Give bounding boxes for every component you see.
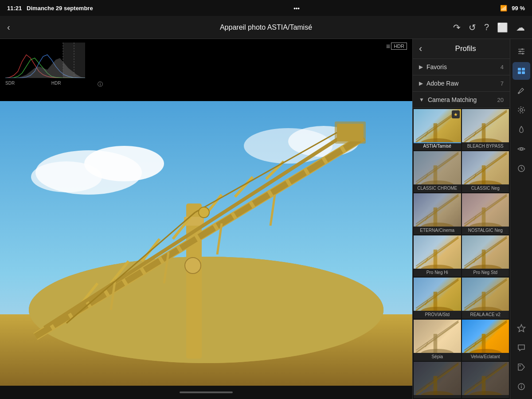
svg-point-60 [421, 223, 454, 227]
profile-item-bleach[interactable]: BLEACH BYPASS [462, 109, 509, 150]
profile-item-eterna[interactable]: ETERNA/Cinema [414, 193, 461, 235]
profile-item-sepia[interactable]: Sépia [414, 320, 461, 361]
hdr-badge: HDR [391, 43, 407, 50]
tag-button[interactable] [512, 358, 530, 376]
back-button[interactable]: ‹ [7, 22, 10, 32]
status-time: 11:21 Dimanche 29 septembre [7, 5, 93, 12]
panel-header: ‹ Profils [413, 39, 510, 59]
thumb-crane-svg [462, 151, 509, 184]
sliders-icon [517, 47, 526, 56]
drop-button[interactable] [512, 121, 530, 138]
profile-item-dark1[interactable] [414, 362, 461, 398]
profile-item-pro-neg-hi[interactable]: Pro Neg Hi [414, 235, 461, 277]
thumb-crane-svg [414, 193, 461, 227]
profile-label-provia: PROVIA/Std [414, 311, 461, 319]
brush-button[interactable] [512, 82, 530, 99]
profile-item-velvia[interactable]: Velvia/Eclatant [462, 320, 509, 361]
profile-item-dark2[interactable] [462, 362, 509, 398]
profile-thumb-classic-chrome [414, 151, 461, 184]
sliders-button[interactable] [512, 43, 530, 60]
svg-point-108 [421, 391, 454, 395]
svg-line-131 [521, 168, 523, 169]
profile-thumb-astia: ★ [414, 109, 461, 142]
thumb-crane-svg [414, 320, 461, 353]
panel-title: Profils [427, 44, 504, 53]
thumb-crane-svg [414, 235, 461, 269]
svg-rect-121 [518, 68, 521, 70]
profile-thumb-classic-neg [462, 151, 509, 184]
profile-label-classic-neg: CLASSIC Neg [462, 184, 509, 192]
profile-thumb-pro-neg-std [462, 235, 509, 269]
profile-item-provia[interactable]: PROVIA/Std [414, 278, 461, 319]
svg-point-42 [469, 138, 502, 142]
svg-point-118 [521, 48, 523, 50]
svg-point-128 [520, 148, 522, 150]
profile-item-reala[interactable]: REALA ACE v2 [462, 278, 509, 319]
profile-thumb-dark1 [414, 362, 461, 395]
camera-matching-count: 20 [497, 97, 504, 103]
svg-point-66 [469, 223, 502, 227]
svg-point-102 [469, 349, 502, 353]
cloud-button[interactable]: ☁ [516, 22, 525, 33]
thumb-crane-svg [462, 235, 509, 269]
profile-label-pro-neg-std: Pro Neg Std [462, 269, 509, 277]
share-button[interactable]: ⬜ [497, 22, 508, 33]
profile-label-reala: REALA ACE v2 [462, 311, 509, 319]
profile-thumb-dark2 [462, 362, 509, 395]
profile-label-eterna: ETERNA/Cinema [414, 227, 461, 235]
thumb-crane-svg [462, 278, 509, 311]
status-right: 📶 99 % [500, 5, 525, 12]
camera-matching-section-header[interactable]: ▼ Camera Matching 20 [413, 92, 510, 108]
main-content: HDR ≡ SDR HDR ⓘ [0, 39, 532, 399]
adobe-raw-count: 7 [501, 80, 504, 87]
profile-item-pro-neg-std[interactable]: Pro Neg Std [462, 235, 509, 277]
svg-point-120 [522, 53, 524, 55]
eye-icon [517, 145, 526, 153]
favoris-count: 4 [501, 64, 504, 70]
favoris-chevron: ▶ [419, 64, 423, 70]
redo-button[interactable]: ↷ [453, 22, 461, 33]
profile-item-classic-chrome[interactable]: CLASSIC CHROME [414, 151, 461, 192]
svg-point-54 [469, 180, 502, 184]
profile-thumb-eterna [414, 193, 461, 227]
eye-button[interactable] [512, 140, 530, 158]
profile-item-classic-neg[interactable]: CLASSIC Neg [462, 151, 509, 192]
comment-button[interactable] [512, 339, 530, 356]
help-button[interactable]: ? [484, 22, 489, 32]
star-button[interactable] [512, 319, 530, 337]
svg-rect-124 [522, 71, 525, 74]
settings-button[interactable] [512, 101, 530, 119]
status-dots: ••• [293, 5, 300, 12]
clock-button[interactable] [512, 160, 530, 177]
profile-item-astia[interactable]: ★ASTIA/Tamisé [414, 109, 461, 150]
profile-grid: ★ASTIA/Tamisé BLEACH BYPASS CLASSIC CHRO… [413, 108, 510, 399]
favoris-section-header[interactable]: ▶ Favoris 4 [413, 59, 510, 75]
histogram-labels: SDR HDR ⓘ [5, 81, 103, 88]
profile-thumb-velvia [462, 320, 509, 353]
profile-item-nostalgic[interactable]: NOSTALGIC Neg [462, 193, 509, 235]
bottom-bar [0, 386, 412, 399]
profile-label-astia: ASTIA/Tamisé [414, 142, 461, 150]
svg-point-114 [469, 391, 502, 395]
profiles-button[interactable] [512, 62, 530, 80]
main-photo[interactable] [0, 101, 412, 386]
photo-area: HDR ≡ SDR HDR ⓘ [0, 39, 412, 399]
status-bar: 11:21 Dimanche 29 septembre ••• 📶 99 % [0, 0, 532, 16]
drop-icon [517, 125, 526, 134]
panel-back-button[interactable]: ‹ [419, 43, 422, 55]
profile-label-pro-neg-hi: Pro Neg Hi [414, 269, 461, 277]
camera-matching-title: Camera Matching [428, 96, 497, 103]
svg-point-90 [469, 307, 502, 311]
thumb-crane-svg [414, 362, 461, 395]
svg-marker-132 [517, 325, 525, 332]
svg-point-133 [519, 365, 520, 367]
profile-thumb-reala [462, 278, 509, 311]
adobe-raw-section-header[interactable]: ▶ Adobe Raw 7 [413, 75, 510, 92]
svg-rect-122 [522, 68, 525, 70]
profile-thumb-bleach [462, 109, 509, 142]
profiles-panel: ‹ Profils ▶ Favoris 4 ▶ Adobe Raw 7 ▼ Ca… [412, 39, 510, 399]
brush-icon [517, 86, 526, 95]
thumb-crane-svg [462, 109, 509, 142]
info-button[interactable] [512, 378, 530, 395]
undo-button[interactable]: ↺ [469, 22, 476, 33]
